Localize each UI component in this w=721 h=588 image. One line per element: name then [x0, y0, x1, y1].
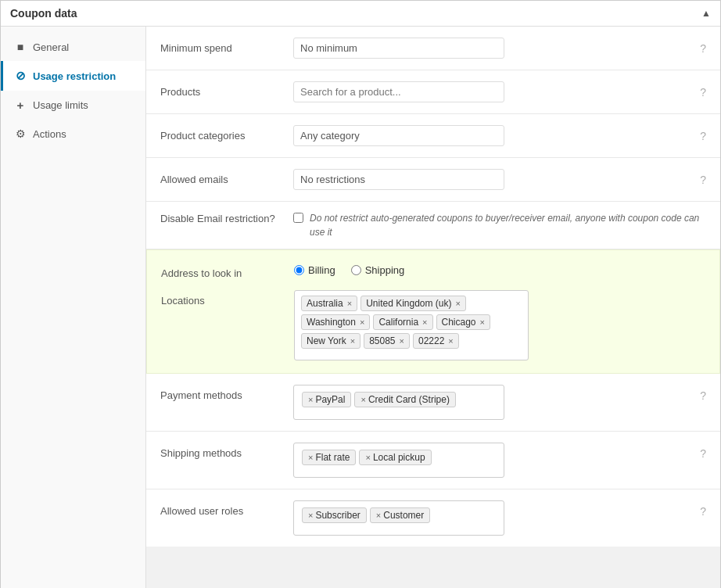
main-content: ■ General ⊘ Usage restriction + Usage li…	[1, 27, 720, 588]
tag-local-pickup-label: Local pickup	[373, 452, 425, 463]
tag-paypal-remove[interactable]: ×	[308, 395, 313, 404]
products-input[interactable]	[293, 81, 504, 102]
allowed-emails-input[interactable]	[293, 169, 504, 190]
payment-methods-field: × PayPal × Credit Card (Stripe)	[293, 385, 694, 420]
tag-washington: Washington ×	[301, 314, 370, 330]
sidebar-label-usage-limits: Usage limits	[33, 99, 88, 111]
tag-credit-card-remove[interactable]: ×	[360, 395, 365, 404]
shipping-methods-help[interactable]: ?	[700, 447, 706, 460]
tag-chicago-remove[interactable]: ×	[480, 317, 485, 327]
tag-california-remove[interactable]: ×	[422, 317, 427, 327]
locations-tags-row-3: New York × 85085 × 02222 ×	[301, 333, 522, 349]
allowed-user-roles-row: Allowed user roles × Subscriber × Custom…	[146, 489, 720, 547]
tag-02222-label: 02222	[418, 335, 444, 346]
tag-washington-label: Washington	[307, 317, 356, 328]
sidebar-item-usage-limits[interactable]: + Usage limits	[1, 91, 145, 120]
products-field	[293, 81, 694, 102]
shipping-methods-label: Shipping methods	[160, 443, 293, 459]
general-icon: ■	[14, 41, 27, 53]
tag-flat-rate-remove[interactable]: ×	[308, 453, 313, 462]
tag-02222-remove[interactable]: ×	[448, 336, 453, 346]
sidebar: ■ General ⊘ Usage restriction + Usage li…	[1, 27, 146, 588]
tag-customer-label: Customer	[383, 510, 424, 521]
billing-radio[interactable]	[294, 265, 304, 275]
allowed-user-roles-field: × Subscriber × Customer	[293, 500, 694, 536]
collapse-icon[interactable]: ▲	[701, 8, 711, 19]
actions-icon: ⚙	[14, 127, 27, 140]
tag-85085: 85085 ×	[364, 333, 410, 349]
shipping-radio[interactable]	[351, 265, 361, 275]
form-area: Minimum spend ? Products ? Product categ…	[146, 27, 720, 588]
sidebar-label-general: General	[33, 41, 69, 53]
sidebar-item-actions[interactable]: ⚙ Actions	[1, 120, 145, 148]
tag-credit-card-label: Credit Card (Stripe)	[368, 394, 450, 405]
minimum-spend-help[interactable]: ?	[700, 42, 706, 55]
disable-email-content: Do not restrict auto-generated coupons t…	[293, 211, 706, 239]
product-categories-input[interactable]	[293, 125, 504, 146]
sidebar-item-general[interactable]: ■ General	[1, 33, 145, 61]
tag-uk-remove[interactable]: ×	[456, 299, 461, 308]
tag-subscriber-label: Subscriber	[315, 510, 360, 521]
title-bar: Coupon data ▲	[1, 1, 720, 27]
allowed-emails-row: Allowed emails ?	[146, 158, 720, 202]
allowed-user-roles-help[interactable]: ?	[700, 505, 706, 518]
address-label: Address to look in	[161, 263, 294, 279]
disable-email-label: Disable Email restriction?	[160, 211, 293, 224]
tag-uk: United Kingdom (uk) ×	[360, 296, 466, 311]
shipping-label: Shipping	[365, 264, 405, 276]
tag-new-york: New York ×	[301, 333, 360, 349]
shipping-methods-field: × Flat rate × Local pickup	[293, 443, 694, 478]
minimum-spend-row: Minimum spend ?	[146, 27, 720, 70]
payment-methods-row: Payment methods × PayPal × Credit Card (…	[146, 374, 720, 432]
tag-local-pickup-remove[interactable]: ×	[365, 453, 370, 462]
tag-85085-label: 85085	[369, 335, 395, 346]
locations-tag-input[interactable]: Australia × United Kingdom (uk) × Washin…	[294, 290, 529, 360]
products-help[interactable]: ?	[700, 86, 706, 99]
allowed-emails-label: Allowed emails	[160, 169, 293, 185]
products-label: Products	[160, 81, 293, 98]
tag-02222: 02222 ×	[413, 333, 459, 349]
shipping-radio-option[interactable]: Shipping	[351, 264, 405, 276]
tag-customer-remove[interactable]: ×	[376, 511, 381, 520]
tag-subscriber-remove[interactable]: ×	[308, 511, 313, 520]
address-radio-group: Billing Shipping	[294, 263, 404, 276]
tag-flat-rate: × Flat rate	[302, 450, 356, 465]
tag-california: California ×	[373, 314, 432, 330]
tag-85085-remove[interactable]: ×	[400, 336, 404, 346]
tag-australia-label: Australia	[307, 298, 343, 309]
allowed-user-roles-box[interactable]: × Subscriber × Customer	[293, 500, 504, 536]
products-row: Products ?	[146, 70, 720, 114]
tag-local-pickup: × Local pickup	[359, 450, 431, 465]
locations-tags-row-2: Washington × California × Chicago ×	[301, 314, 522, 330]
tag-chicago-label: Chicago	[442, 317, 476, 328]
product-categories-help[interactable]: ?	[700, 130, 706, 142]
tag-customer: × Customer	[370, 507, 430, 523]
sidebar-label-usage-restriction: Usage restriction	[33, 70, 116, 82]
billing-label: Billing	[308, 264, 335, 276]
tag-uk-label: United Kingdom (uk)	[366, 298, 451, 309]
tag-california-label: California	[378, 317, 418, 328]
sidebar-item-usage-restriction[interactable]: ⊘ Usage restriction	[1, 61, 145, 91]
tag-washington-remove[interactable]: ×	[360, 317, 364, 327]
disable-email-desc: Do not restrict auto-generated coupons t…	[310, 211, 706, 239]
payment-methods-help[interactable]: ?	[700, 389, 706, 402]
disable-email-checkbox[interactable]	[293, 213, 303, 223]
address-row: Address to look in Billing Shipping	[161, 263, 705, 279]
product-categories-row: Product categories ?	[146, 114, 720, 158]
minimum-spend-input[interactable]	[293, 38, 504, 59]
shipping-methods-row: Shipping methods × Flat rate × Local pic…	[146, 432, 720, 489]
usage-restriction-icon: ⊘	[14, 69, 27, 83]
shipping-methods-box[interactable]: × Flat rate × Local pickup	[293, 443, 504, 478]
locations-row: Locations Australia × United Kingdom (uk…	[161, 290, 705, 360]
tag-new-york-remove[interactable]: ×	[350, 336, 355, 346]
payment-methods-box[interactable]: × PayPal × Credit Card (Stripe)	[293, 385, 504, 420]
allowed-user-roles-label: Allowed user roles	[160, 500, 293, 517]
tag-paypal: × PayPal	[302, 392, 351, 407]
tag-flat-rate-label: Flat rate	[315, 452, 350, 463]
tag-australia-remove[interactable]: ×	[347, 299, 352, 308]
tag-credit-card: × Credit Card (Stripe)	[354, 392, 455, 407]
allowed-emails-help[interactable]: ?	[700, 174, 706, 186]
allowed-emails-field	[293, 169, 694, 190]
billing-radio-option[interactable]: Billing	[294, 264, 335, 276]
locations-label: Locations	[161, 290, 294, 307]
